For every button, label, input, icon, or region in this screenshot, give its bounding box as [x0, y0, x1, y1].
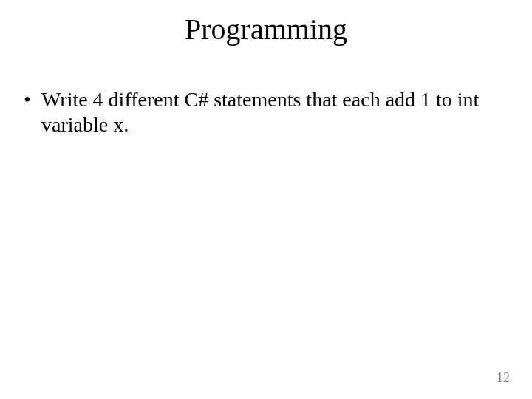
page-number: 12	[497, 370, 510, 386]
slide-body: Write 4 different C# statements that eac…	[21, 87, 502, 137]
bullet-item: Write 4 different C# statements that eac…	[21, 87, 502, 137]
slide: Programming Write 4 different C# stateme…	[0, 0, 532, 399]
bullet-list: Write 4 different C# statements that eac…	[21, 87, 502, 137]
slide-title: Programming	[0, 12, 532, 47]
